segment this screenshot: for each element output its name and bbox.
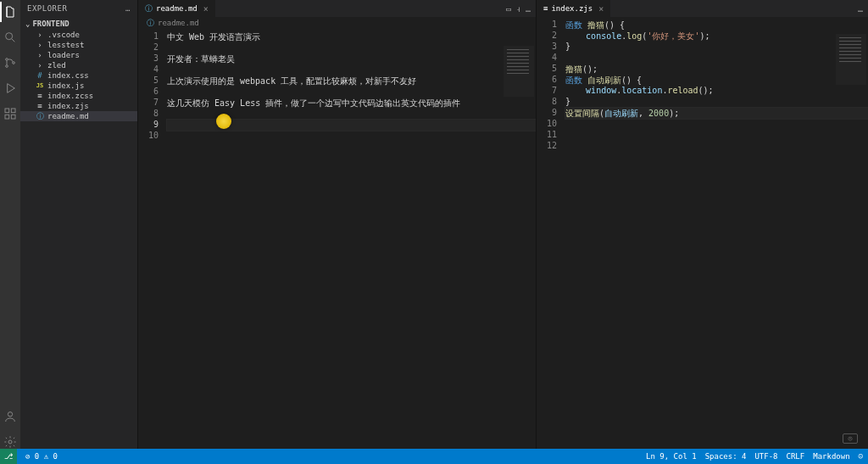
chevron-right-icon: › bbox=[36, 51, 44, 59]
tab-actions-left: ▭ ⫞ … bbox=[506, 4, 536, 14]
sidebar-root[interactable]: ⌄ FRONTEND bbox=[20, 17, 137, 30]
chevron-right-icon: › bbox=[36, 41, 44, 49]
svg-rect-5 bbox=[11, 109, 15, 113]
tab-indexzjs[interactable]: ≡ index.zjs × bbox=[537, 0, 611, 17]
code-line bbox=[565, 119, 868, 130]
status-position[interactable]: Ln 9, Col 1 bbox=[646, 452, 697, 461]
tree-item-indexjs[interactable]: JSindex.js bbox=[20, 81, 137, 91]
minimap-left[interactable] bbox=[504, 46, 534, 97]
code-line: 撸猫(); bbox=[565, 64, 868, 75]
code-line bbox=[565, 53, 868, 64]
svg-point-2 bbox=[6, 65, 8, 68]
more-icon[interactable]: … bbox=[858, 4, 863, 14]
tree-item-indexcss[interactable]: #index.css bbox=[20, 70, 137, 81]
split-editor-icon[interactable]: ⫞ bbox=[516, 4, 520, 14]
editor-right: ≡ index.zjs × … 1 2 3 4 5 6 7 8 bbox=[536, 0, 868, 464]
tab-label: readme.md bbox=[156, 4, 198, 13]
breadcrumb-label: readme.md bbox=[158, 19, 199, 27]
file-icon: ≡ bbox=[543, 4, 548, 13]
code-line: 上次演示使用的是 webpack 工具，配置比较麻烦，对新手不友好 bbox=[167, 75, 536, 87]
status-bar: ⎇ ⊘ 0 ⚠ 0 Ln 9, Col 1 Spaces: 4 UTF-8 CR… bbox=[0, 449, 868, 464]
minimap-right[interactable] bbox=[836, 34, 866, 85]
code-line: 设置间隔(自动刷新, 2000); bbox=[565, 108, 868, 119]
svg-rect-6 bbox=[5, 115, 9, 119]
code-line bbox=[565, 141, 868, 152]
sidebar-header: EXPLORER … bbox=[20, 0, 137, 17]
svg-point-0 bbox=[6, 33, 13, 40]
sidebar-root-label: FRONTEND bbox=[32, 20, 69, 28]
editor-body-right[interactable]: 1 2 3 4 5 6 7 8 9 10 11 12 函数 撸猫() { con… bbox=[537, 17, 868, 464]
svg-point-3 bbox=[13, 62, 15, 64]
code-line: window.location.reload(); bbox=[565, 86, 868, 97]
code-line: 开发者：草蟒老吴 bbox=[167, 53, 536, 64]
markdown-file-icon: ⓘ bbox=[36, 111, 44, 122]
status-encoding[interactable]: UTF-8 bbox=[754, 452, 777, 461]
activity-search-icon[interactable] bbox=[3, 31, 17, 44]
svg-point-1 bbox=[6, 59, 8, 61]
chevron-right-icon: › bbox=[36, 31, 44, 39]
tree-item-loaders[interactable]: ›loaders bbox=[20, 50, 137, 60]
css-file-icon: # bbox=[36, 71, 44, 80]
activity-settings-icon[interactable] bbox=[3, 435, 17, 449]
breadcrumb-left[interactable]: ⓘ readme.md bbox=[138, 17, 536, 29]
code-line bbox=[167, 64, 536, 75]
code-line bbox=[565, 130, 868, 141]
sidebar: EXPLORER … ⌄ FRONTEND ›.vscode ›lesstest… bbox=[20, 0, 137, 464]
more-icon[interactable]: … bbox=[526, 4, 531, 14]
tree-item-indexzcss[interactable]: ≡index.zcss bbox=[20, 91, 137, 101]
gutter-left: 1 2 3 4 5 6 7 8 9 10 bbox=[138, 29, 167, 464]
status-problems[interactable]: ⊘ 0 ⚠ 0 bbox=[25, 452, 58, 461]
svg-point-9 bbox=[8, 440, 12, 444]
activity-account-icon[interactable] bbox=[3, 410, 17, 423]
sidebar-title: EXPLORER bbox=[27, 4, 67, 13]
activity-explorer-icon[interactable] bbox=[3, 5, 17, 19]
status-feedback-icon[interactable]: ☺ bbox=[859, 452, 863, 461]
code-line: 中文 Web 开发语言演示 bbox=[167, 31, 536, 42]
file-tree: ›.vscode ›lesstest ›loaders ›zled #index… bbox=[20, 30, 137, 121]
tab-actions-right: … bbox=[858, 4, 868, 14]
tree-item-indexzjs[interactable]: ≡index.zjs bbox=[20, 101, 137, 111]
remote-indicator[interactable]: ⎇ bbox=[0, 449, 17, 464]
close-icon[interactable]: × bbox=[598, 4, 604, 14]
code-line bbox=[167, 87, 536, 98]
tree-item-readme[interactable]: ⓘreadme.md bbox=[20, 111, 137, 121]
gutter-right: 1 2 3 4 5 6 7 8 9 10 11 12 bbox=[537, 17, 565, 464]
code-line: } bbox=[565, 97, 868, 108]
editor-area: ⓘ readme.md × ▭ ⫞ … ⓘ readme.md 1 2 3 bbox=[137, 0, 868, 464]
close-icon[interactable]: × bbox=[203, 4, 209, 14]
tree-item-vscode[interactable]: ›.vscode bbox=[20, 30, 137, 40]
feedback-icon[interactable]: ☺ bbox=[843, 433, 858, 444]
activity-bar bbox=[0, 0, 20, 464]
activity-ext-icon[interactable] bbox=[3, 107, 17, 120]
sidebar-more-icon[interactable]: … bbox=[125, 4, 131, 13]
status-language[interactable]: Markdown bbox=[813, 452, 849, 461]
cursor-highlight-icon bbox=[216, 114, 231, 129]
tab-row-left: ⓘ readme.md × ▭ ⫞ … bbox=[138, 0, 536, 17]
code-line: } bbox=[565, 42, 868, 53]
activity-debug-icon[interactable] bbox=[3, 81, 17, 95]
code-line: 函数 自动刷新() { bbox=[565, 75, 868, 86]
file-icon: ≡ bbox=[36, 92, 44, 100]
split-preview-icon[interactable]: ▭ bbox=[506, 4, 511, 14]
status-eol[interactable]: CRLF bbox=[787, 452, 805, 461]
svg-point-8 bbox=[8, 412, 12, 416]
tab-label: index.zjs bbox=[551, 4, 593, 13]
tab-row-right: ≡ index.zjs × … bbox=[537, 0, 868, 17]
status-indent[interactable]: Spaces: 4 bbox=[705, 452, 747, 461]
svg-rect-4 bbox=[5, 109, 9, 113]
chevron-down-icon: ⌄ bbox=[25, 20, 30, 28]
code-line: 函数 撸猫() { bbox=[565, 20, 868, 31]
svg-rect-7 bbox=[11, 115, 15, 119]
activity-scm-icon[interactable] bbox=[3, 56, 17, 70]
code-right[interactable]: 函数 撸猫() { console.log('你好，美女'); } 撸猫(); … bbox=[565, 17, 868, 464]
code-line: 这几天模仿 Easy Less 插件，做了一个边写中文代码边输出英文代码的插件 bbox=[167, 98, 536, 109]
tree-item-zled[interactable]: ›zled bbox=[20, 60, 137, 70]
code-left[interactable]: 中文 Web 开发语言演示 开发者：草蟒老吴 上次演示使用的是 webpack … bbox=[167, 29, 536, 464]
tab-readme[interactable]: ⓘ readme.md × bbox=[138, 0, 216, 17]
editor-body-left[interactable]: 1 2 3 4 5 6 7 8 9 10 中文 Web 开发语言演示 开发者：草… bbox=[138, 29, 536, 464]
tree-item-lesstest[interactable]: ›lesstest bbox=[20, 40, 137, 50]
markdown-file-icon: ⓘ bbox=[147, 18, 154, 29]
js-file-icon: JS bbox=[36, 82, 44, 89]
chevron-right-icon: › bbox=[36, 61, 44, 70]
editor-left: ⓘ readme.md × ▭ ⫞ … ⓘ readme.md 1 2 3 bbox=[137, 0, 536, 464]
